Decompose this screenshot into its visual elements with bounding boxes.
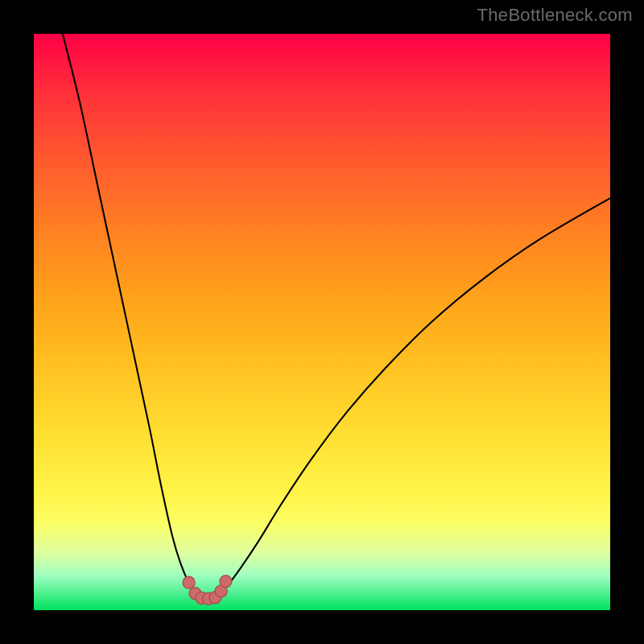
minimum-marker — [183, 576, 195, 588]
minimum-markers — [183, 576, 232, 605]
curve-right-branch — [207, 198, 610, 599]
plot-area — [34, 34, 610, 610]
curve-left-branch — [63, 34, 207, 599]
chart-stage: TheBottleneck.com — [0, 0, 644, 644]
bottleneck-curve — [34, 34, 610, 610]
attribution-label: TheBottleneck.com — [477, 5, 633, 26]
minimum-marker — [220, 576, 232, 588]
